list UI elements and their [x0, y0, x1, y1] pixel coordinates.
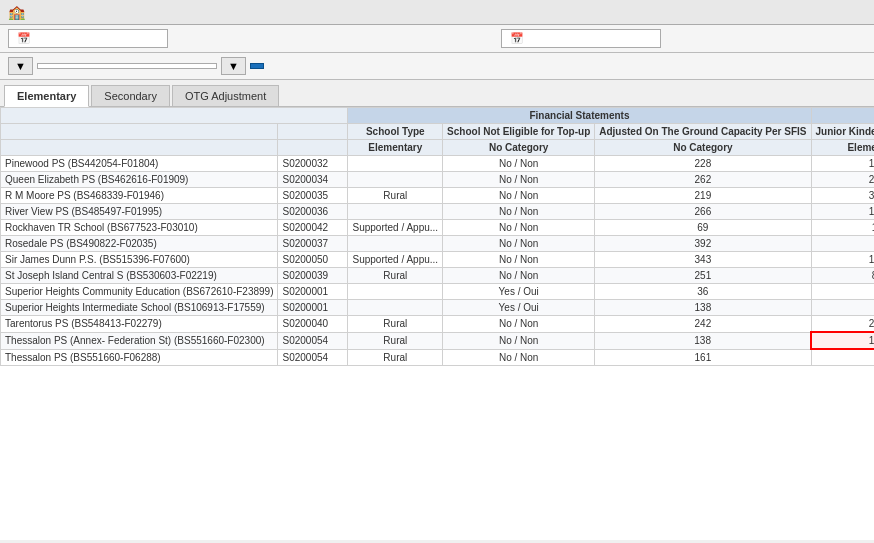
- th-eligible: School Not Eligible for Top-up: [443, 124, 595, 140]
- table-cell: 266: [595, 204, 811, 220]
- table-cell: Yes / Oui: [443, 284, 595, 300]
- table-cell: [348, 172, 443, 188]
- table-row: Superior Heights Intermediate School (BS…: [1, 300, 875, 316]
- table-cell: S0200034: [278, 172, 348, 188]
- enrolment-table: Financial Statements October Enrolment F…: [0, 107, 874, 366]
- table-cell: 392: [595, 236, 811, 252]
- sub-name: [1, 140, 278, 156]
- table-cell: S0200054: [278, 349, 348, 365]
- table-cell: 14: [811, 204, 874, 220]
- table-row: Pinewood PS (BS442054-F01804)S0200032No …: [1, 156, 875, 172]
- table-cell: Rural: [348, 316, 443, 333]
- board-arrow-btn[interactable]: ▼: [221, 57, 246, 75]
- table-cell: 36: [595, 284, 811, 300]
- table-row: Tarentorus PS (BS548413-F02279)S0200040R…: [1, 316, 875, 333]
- cal-icon: 📅: [510, 32, 524, 45]
- toolbar: 📅 📅: [0, 25, 874, 53]
- sub-jk: Elementary: [811, 140, 874, 156]
- table-row: Thessalon PS (Annex- Federation St) (BS5…: [1, 332, 875, 349]
- table-cell: Superior Heights Intermediate School (BS…: [1, 300, 278, 316]
- table-cell: [811, 300, 874, 316]
- table-cell: R M Moore PS (BS468339-F01946): [1, 188, 278, 204]
- window-icon: 🏫: [8, 4, 25, 20]
- period-icon: 📅: [17, 32, 31, 45]
- table-cell: Thessalon PS (Annex- Federation St) (BS5…: [1, 332, 278, 349]
- table-cell: Supported / Appu...: [348, 220, 443, 236]
- title-bar: 🏫: [0, 0, 874, 25]
- table-cell: 25: [811, 316, 874, 333]
- table-cell: S0200001: [278, 284, 348, 300]
- col-header-financial: Financial Statements: [348, 108, 811, 124]
- table-cell: Supported / Appu...: [348, 252, 443, 268]
- board-version-label: [37, 63, 217, 69]
- table-cell: 18: [811, 332, 874, 349]
- th-capacity: Adjusted On The Ground Capacity Per SFIS: [595, 124, 811, 140]
- table-cell: [811, 349, 874, 365]
- table-cell: Rural: [348, 268, 443, 284]
- period-label: 📅: [8, 29, 168, 48]
- table-cell: 242: [595, 316, 811, 333]
- table-cell: S0200037: [278, 236, 348, 252]
- table-cell: No / Non: [443, 172, 595, 188]
- table-cell: S0200035: [278, 188, 348, 204]
- period-section: 📅: [8, 29, 293, 48]
- table-cell: 251: [595, 268, 811, 284]
- table-cell: Rural: [348, 188, 443, 204]
- table-cell: S0200054: [278, 332, 348, 349]
- table-cell: No / Non: [443, 156, 595, 172]
- table-cell: [348, 204, 443, 220]
- tabs-container: Elementary Secondary OTG Adjustment: [0, 80, 874, 107]
- table-cell: 23: [811, 172, 874, 188]
- table-cell: 138: [595, 332, 811, 349]
- table-cell: No / Non: [443, 204, 595, 220]
- toolbar-row2: ▼ ▼: [0, 53, 874, 80]
- table-cell: [348, 284, 443, 300]
- table-cell: Rosedale PS (BS490822-F02035): [1, 236, 278, 252]
- table-cell: No / Non: [443, 220, 595, 236]
- table-cell: 13: [811, 156, 874, 172]
- th-jk: Junior Kindergarten (JK): [811, 124, 874, 140]
- year-section: 📅: [297, 29, 866, 48]
- table-cell: [811, 284, 874, 300]
- table-cell: S0200036: [278, 204, 348, 220]
- board-section: ▼ ▼: [8, 57, 866, 75]
- table-cell: 69: [595, 220, 811, 236]
- table-cell: 219: [595, 188, 811, 204]
- table-cell: 32: [811, 188, 874, 204]
- col-header-name: [1, 108, 348, 124]
- table-cell: Thessalon PS (BS551660-F06288): [1, 349, 278, 365]
- year-label: 📅: [501, 29, 661, 48]
- table-row: Queen Elizabeth PS (BS462616-F01909)S020…: [1, 172, 875, 188]
- table-cell: No / Non: [443, 332, 595, 349]
- sub-type: Elementary: [348, 140, 443, 156]
- tab-otg[interactable]: OTG Adjustment: [172, 85, 279, 106]
- sub-eligible: No Category: [443, 140, 595, 156]
- table-row: Rosedale PS (BS490822-F02035)S0200037No …: [1, 236, 875, 252]
- table-cell: No / Non: [443, 236, 595, 252]
- table-cell: St Joseph Island Central S (BS530603-F02…: [1, 268, 278, 284]
- tab-elementary[interactable]: Elementary: [4, 85, 89, 107]
- table-cell: Sir James Dunn P.S. (BS515396-F07600): [1, 252, 278, 268]
- table-cell: 343: [595, 252, 811, 268]
- table-row: Thessalon PS (BS551660-F06288)S0200054Ru…: [1, 349, 875, 365]
- table-row: Sir James Dunn P.S. (BS515396-F07600)S02…: [1, 252, 875, 268]
- go-button[interactable]: [250, 63, 264, 69]
- table-row: Rockhaven TR School (BS677523-F03010)S02…: [1, 220, 875, 236]
- main-content: Financial Statements October Enrolment F…: [0, 107, 874, 540]
- table-cell: S0200001: [278, 300, 348, 316]
- table-cell: Rural: [348, 349, 443, 365]
- table-cell: No / Non: [443, 316, 595, 333]
- table-cell: 1: [811, 220, 874, 236]
- table-cell: 8: [811, 268, 874, 284]
- sub-code: [278, 140, 348, 156]
- table-cell: [348, 236, 443, 252]
- table-cell: No / Non: [443, 188, 595, 204]
- table-cell: 138: [595, 300, 811, 316]
- tab-secondary[interactable]: Secondary: [91, 85, 170, 106]
- th-schoolname: [1, 124, 278, 140]
- table-cell: 161: [595, 349, 811, 365]
- table-cell: Rural: [348, 332, 443, 349]
- board-dropdown-btn[interactable]: ▼: [8, 57, 33, 75]
- table-cell: [348, 300, 443, 316]
- table-body: Pinewood PS (BS442054-F01804)S0200032No …: [1, 156, 875, 366]
